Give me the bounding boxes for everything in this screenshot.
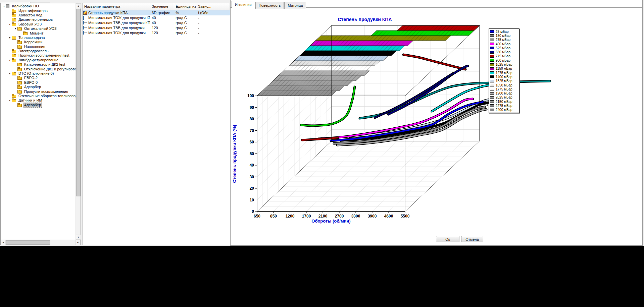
tree-item[interactable]: ▾Оптимальный УОЗ xyxy=(1,26,76,31)
collapse-arrow-icon[interactable]: ▾ xyxy=(2,5,6,8)
chart-view-tab[interactable]: Изолинии xyxy=(232,1,255,8)
param-name-cell: Минимальная ТОЖ для продувки КПА xyxy=(83,15,150,20)
tree-item[interactable]: Момент xyxy=(1,31,76,35)
tree-item-label: Адсорбер xyxy=(23,85,42,89)
chart-view-tab[interactable]: Матрица xyxy=(284,2,306,9)
tree-item[interactable]: Адсорбер xyxy=(1,85,76,89)
scroll-down-button[interactable]: ▼ xyxy=(76,235,81,240)
folder-icon xyxy=(17,46,22,49)
param-units-cell: град.С xyxy=(174,25,196,30)
param-dependency-cell: f (Обс xyxy=(196,10,230,15)
x-tick-label: 1700 xyxy=(302,214,311,219)
tree-item-label: Топливоподача xyxy=(17,36,46,40)
param-value-cell: 120 xyxy=(150,30,174,35)
tree-vertical-scrollbar[interactable]: ▲ ▼ xyxy=(76,3,81,240)
legend-label: 1650 мБар xyxy=(496,83,512,87)
y-tick-label: 90 xyxy=(250,105,254,110)
tree-item[interactable]: Отключение ДК1 и регулирования xyxy=(1,67,76,71)
tree-item-label: ЕВРО-2 xyxy=(23,76,39,80)
tree-item[interactable]: Пропуски воспламенения xyxy=(1,89,76,94)
chart-view-tab[interactable]: Поверхность xyxy=(255,2,284,9)
param-name: Минимальная ТОЖ для продувки xyxy=(88,31,146,35)
tree-item[interactable]: ▾DTC (Отключение 0) xyxy=(1,71,76,76)
legend-swatch xyxy=(490,80,494,82)
legend-item: 2150 мБар xyxy=(490,100,518,104)
ok-button[interactable]: Ок xyxy=(436,236,459,242)
table-row[interactable]: Минимальная ТВВ для продувки120град.С- xyxy=(83,25,230,30)
column-header[interactable]: Единицы изм... xyxy=(174,3,197,10)
y-tick-label: 50 xyxy=(250,151,254,156)
tree-item[interactable]: ЕВРО-0 xyxy=(1,80,76,85)
tree-item[interactable]: ▾Калибровки ПО xyxy=(1,4,76,8)
tree-item[interactable]: ▾Лямбда-регулирование xyxy=(1,58,76,62)
tree-item[interactable]: Адсорбер xyxy=(1,103,76,107)
param-name: Минимальная ТВВ для продувки xyxy=(88,26,145,30)
tree-item[interactable]: ЕВРО-2 xyxy=(1,76,76,80)
tree-item[interactable]: Холостой Ход xyxy=(1,13,76,17)
folder-icon xyxy=(12,54,16,57)
legend-swatch xyxy=(490,109,494,111)
tree-item[interactable]: Наполнение xyxy=(1,45,76,49)
x-tick-label: 2700 xyxy=(335,214,344,219)
scroll-up-button[interactable]: ▲ xyxy=(76,3,81,8)
scroll-left-button[interactable]: ◄ xyxy=(1,240,6,245)
legend-swatch xyxy=(490,96,494,99)
table-row[interactable]: Минимальная ТОЖ для продувки КПА40град.С… xyxy=(83,15,230,20)
tree-item[interactable]: ▾Топливоподача xyxy=(1,36,76,40)
collapse-arrow-icon[interactable]: ▾ xyxy=(8,72,12,75)
x-tick-label: 850 xyxy=(270,214,277,219)
tree-item-label: Базовый УОЗ xyxy=(17,22,43,26)
legend-label: 1525 мБар xyxy=(496,79,512,83)
tree-item[interactable]: Диспетчер режимов xyxy=(1,17,76,22)
tree-item[interactable]: Коррекции xyxy=(1,40,76,44)
collapse-arrow-icon[interactable]: ▾ xyxy=(13,27,17,30)
tree-item[interactable]: Отключение оборотов топливоподачи xyxy=(1,94,76,98)
column-header[interactable]: Значение xyxy=(150,3,174,10)
collapse-arrow-icon[interactable]: ▾ xyxy=(8,99,12,102)
column-header[interactable]: Название параметра xyxy=(83,3,150,10)
cancel-button[interactable]: Отмена xyxy=(461,236,483,242)
folder-icon xyxy=(17,63,22,66)
param-name: Минимальная ТВВ для продувки КПА xyxy=(88,21,150,25)
collapse-arrow-icon[interactable]: ▾ xyxy=(8,59,12,62)
tree-item-label: Отключение оборотов топливоподачи xyxy=(17,94,76,98)
x-axis-label: Обороты (об/мин) xyxy=(311,219,350,224)
table-row[interactable]: Степень продувки КПА3D график%f (Обс xyxy=(83,10,230,15)
param-dependency-cell: - xyxy=(196,25,230,30)
param-value-cell: 120 xyxy=(150,25,174,30)
y-tick-label: 80 xyxy=(250,117,254,121)
tree-item[interactable]: ▾Датчики и ИМ xyxy=(1,98,76,103)
collapse-arrow-icon[interactable]: ▾ xyxy=(8,36,12,39)
vertical-scroll-thumb[interactable] xyxy=(76,9,81,196)
legend-swatch xyxy=(490,100,494,103)
param-units-cell: град.С xyxy=(174,15,196,20)
param-name-cell: Минимальная ТВВ для продувки xyxy=(83,25,150,30)
slider-icon xyxy=(83,21,87,24)
y-tick-label: 60 xyxy=(250,140,254,144)
legend-swatch xyxy=(490,75,494,78)
legend-label: 275 мБар xyxy=(496,38,510,42)
legend-item: 525 мБар xyxy=(490,46,518,50)
legend-label: 1400 мБар xyxy=(496,75,512,79)
table-row[interactable]: Минимальная ТВВ для продувки КПА40град.С… xyxy=(83,20,230,25)
legend-label: 1775 мБар xyxy=(496,87,512,91)
folder-icon xyxy=(12,10,16,13)
table-row[interactable]: Минимальная ТОЖ для продувки120град.С- xyxy=(83,30,230,35)
tree-item[interactable]: Пропуски воспламенения test xyxy=(1,53,76,58)
x-tick-label: 2100 xyxy=(318,214,328,219)
scroll-right-button[interactable]: ► xyxy=(76,240,81,245)
column-header[interactable]: Завис... xyxy=(196,3,230,10)
y-tick-label: 30 xyxy=(250,175,254,179)
legend-label: 1025 мБар xyxy=(496,63,512,66)
tree-horizontal-scrollbar[interactable]: ◄ ► xyxy=(1,240,81,245)
tree-item[interactable]: Идентификаторы xyxy=(1,8,76,13)
tree-item[interactable]: Катколлектор и ДК2 test xyxy=(1,62,76,67)
horizontal-scroll-thumb[interactable] xyxy=(6,240,50,245)
tree-item[interactable]: Электродроссель xyxy=(1,49,76,53)
tree-item[interactable]: ▾Базовый УОЗ xyxy=(1,22,76,26)
legend-label: 650 мБар xyxy=(496,50,510,54)
legend-swatch xyxy=(490,43,494,45)
collapse-arrow-icon[interactable]: ▾ xyxy=(8,23,12,26)
param-name-cell: Минимальная ТВВ для продувки КПА xyxy=(83,20,150,25)
slider-icon xyxy=(83,16,87,20)
